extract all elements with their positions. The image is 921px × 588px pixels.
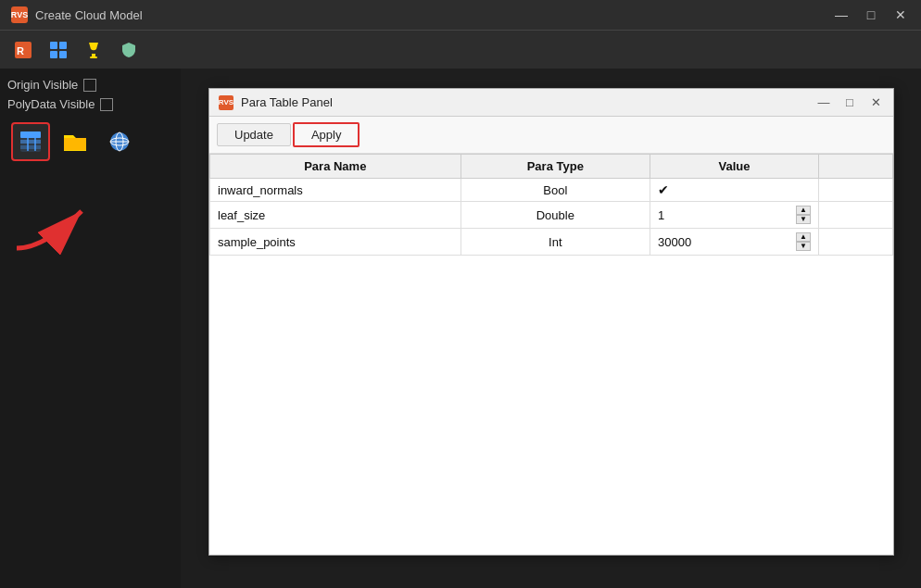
dialog-title: Para Table Panel	[241, 95, 808, 109]
svg-rect-9	[20, 131, 41, 138]
dialog-content: Para Name Para Type Value inward_normals…	[209, 154, 893, 555]
grid-toolbar-icon[interactable]	[44, 36, 72, 64]
title-bar-controls: — □ ✕	[832, 8, 910, 21]
col-header-name: Para Name	[210, 155, 461, 179]
para-name-0: inward_normals	[210, 179, 461, 202]
spinner-2[interactable]: ▲ ▼	[796, 232, 811, 251]
para-extra-2	[819, 229, 893, 256]
col-header-type: Para Type	[460, 155, 650, 179]
para-value-0: ✔	[650, 179, 819, 202]
para-table: Para Name Para Type Value inward_normals…	[209, 154, 893, 256]
table-row: inward_normals Bool ✔	[210, 179, 893, 202]
svg-rect-6	[92, 54, 95, 56]
main-area: Origin Visible PolyData Visible	[0, 69, 921, 588]
svg-text:R: R	[17, 45, 24, 56]
origin-visible-checkbox[interactable]	[83, 79, 96, 92]
spinner-value-2: 30000	[658, 235, 691, 249]
spinner-down-1[interactable]: ▼	[796, 215, 811, 224]
sidebar: Origin Visible PolyData Visible	[0, 69, 181, 588]
spinner-up-2[interactable]: ▲	[796, 232, 811, 242]
arrow-indicator	[7, 193, 137, 267]
para-value-2: 30000 ▲ ▼	[650, 229, 819, 256]
table-header-row: Para Name Para Type Value	[210, 155, 893, 179]
bool-checkbox-0[interactable]: ✔	[658, 182, 669, 197]
col-header-value: Value	[650, 155, 819, 179]
spinner-down-2[interactable]: ▼	[796, 242, 811, 251]
para-name-2: sample_points	[210, 229, 461, 256]
svg-rect-7	[90, 56, 97, 58]
para-type-1: Double	[460, 202, 650, 229]
dialog-toolbar: Update Apply	[209, 117, 893, 154]
para-extra-1	[819, 202, 893, 229]
para-value-1: 1 ▲ ▼	[650, 202, 819, 229]
icon-row	[7, 119, 173, 165]
spinner-up-1[interactable]: ▲	[796, 206, 811, 215]
spinner-value-1: 1	[658, 208, 664, 222]
table-row: sample_points Int 30000 ▲ ▼	[210, 229, 893, 256]
shield-icon[interactable]	[115, 36, 143, 64]
table-view-button[interactable]	[11, 122, 50, 161]
para-extra-0	[819, 179, 893, 202]
folder-button[interactable]	[56, 122, 95, 161]
apply-button[interactable]: Apply	[293, 122, 360, 147]
table-row: leaf_size Double 1 ▲ ▼	[210, 202, 893, 229]
para-table-dialog: RVS Para Table Panel — □ ✕ Update Apply …	[208, 88, 894, 556]
minimize-button[interactable]: —	[832, 8, 851, 21]
dialog-logo: RVS	[219, 95, 233, 110]
app-logo: RVS	[11, 6, 28, 23]
close-button[interactable]: ✕	[891, 8, 910, 21]
origin-visible-label: Origin Visible	[7, 78, 173, 92]
update-button[interactable]: Update	[217, 123, 291, 146]
main-title-bar: RVS Create Cloud Model — □ ✕	[0, 0, 921, 30]
main-title: Create Cloud Model	[35, 8, 825, 22]
svg-rect-3	[59, 42, 67, 49]
spinner-1[interactable]: ▲ ▼	[796, 206, 811, 224]
maximize-button[interactable]: □	[862, 8, 880, 21]
dialog-close-button[interactable]: ✕	[867, 95, 884, 109]
dialog-title-bar: RVS Para Table Panel — □ ✕	[209, 89, 893, 117]
svg-rect-10	[20, 140, 41, 144]
dialog-maximize-button[interactable]: □	[841, 95, 858, 109]
svg-rect-2	[50, 42, 57, 49]
trophy-icon[interactable]	[80, 36, 107, 64]
polydata-visible-checkbox[interactable]	[100, 98, 113, 111]
main-toolbar: R	[0, 30, 921, 69]
svg-rect-11	[20, 145, 41, 149]
para-type-0: Bool	[460, 179, 650, 202]
col-header-extra	[819, 155, 893, 179]
para-type-2: Int	[460, 229, 650, 256]
dialog-minimize-button[interactable]: —	[815, 95, 832, 109]
para-name-1: leaf_size	[210, 202, 461, 229]
polydata-visible-label: PolyData Visible	[7, 97, 173, 111]
home-icon[interactable]: R	[9, 36, 37, 64]
svg-rect-5	[59, 51, 67, 58]
svg-rect-4	[50, 51, 57, 58]
cloud-button[interactable]	[100, 122, 139, 161]
dialog-controls: — □ ✕	[815, 95, 884, 109]
